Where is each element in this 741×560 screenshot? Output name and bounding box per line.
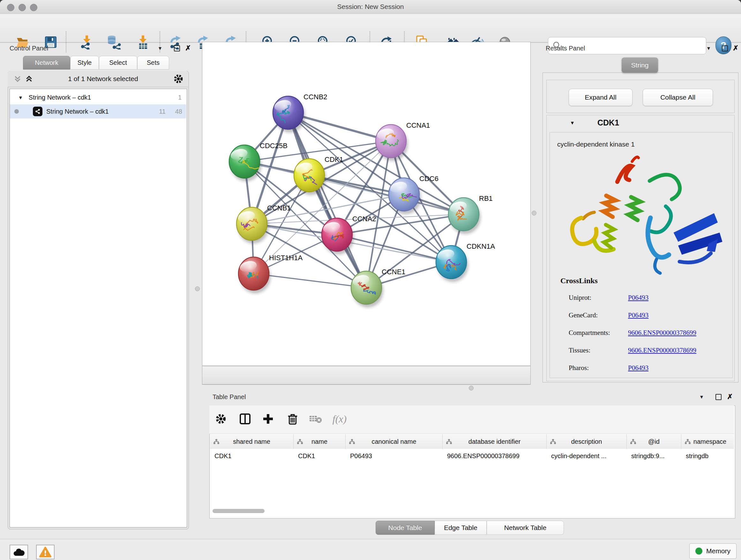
column-type-icon xyxy=(349,439,355,444)
node-CCNA1[interactable] xyxy=(376,125,408,161)
network-selection-summary: 1 of 1 Network selected xyxy=(33,75,173,83)
cloud-status-button[interactable] xyxy=(10,545,28,559)
network-row-selected[interactable]: String Network – cdk1 11 48 xyxy=(10,105,186,118)
delete-table-button[interactable] xyxy=(307,410,324,428)
collection-expand-triangle[interactable]: ▼ xyxy=(18,95,23,100)
table-cell[interactable]: P06493 xyxy=(346,449,443,463)
column-header-description[interactable]: description xyxy=(547,434,627,449)
control-panel-menu-button[interactable]: ▾ xyxy=(158,45,161,52)
network-canvas[interactable]: CCNB2CCNA1CDC25BCDK1CDC6RB1CCNB1CCNA2CDK… xyxy=(202,42,530,366)
table-cell[interactable]: stringdb:9... xyxy=(627,449,681,463)
crosslink-label: GeneCard: xyxy=(569,311,628,319)
function-builder-button[interactable]: f(x) xyxy=(331,410,348,428)
columns-icon xyxy=(239,413,252,425)
cdk1-section-title: CDK1 xyxy=(597,118,619,127)
node-HIST1H1A[interactable] xyxy=(239,257,271,294)
collapse-all-icon[interactable] xyxy=(13,75,22,83)
results-panel-close-button[interactable]: ✗ xyxy=(733,45,738,52)
network-selector-bar: 1 of 1 Network selected xyxy=(8,71,188,87)
column-header-name[interactable]: name xyxy=(293,434,346,449)
column-type-icon xyxy=(684,439,691,444)
main-toolbar: ? xyxy=(0,14,741,43)
warnings-button[interactable] xyxy=(36,545,55,559)
network-collection-row[interactable]: ▼ String Network – cdk1 1 xyxy=(10,90,186,105)
table-cell[interactable]: 9606.ENSP00000378699 xyxy=(443,449,547,463)
node-CCNE1[interactable] xyxy=(351,271,383,307)
control-panel-float-button[interactable] xyxy=(174,45,180,51)
table-row[interactable]: CDK1CDK1P064939606.ENSP00000378699cyclin… xyxy=(210,449,734,463)
delete-table-icon xyxy=(308,413,322,425)
title-bar: Session: New Session xyxy=(0,0,741,14)
collapse-all-button[interactable]: Collapse All xyxy=(643,89,713,106)
tab-string-results[interactable]: String xyxy=(622,57,658,73)
node-label-CCNB2: CCNB2 xyxy=(304,93,327,101)
column-header-database-identifier[interactable]: database identifier xyxy=(443,434,547,449)
network-status-dot xyxy=(14,109,19,114)
table-options-button[interactable] xyxy=(212,410,230,428)
table-cell[interactable]: CDK1 xyxy=(293,449,346,463)
memory-button[interactable]: Memory xyxy=(689,543,737,559)
table-cell[interactable]: CDK1 xyxy=(210,449,293,463)
table-panel-title: Table Panel xyxy=(212,393,246,401)
results-panel-menu-button[interactable]: ▾ xyxy=(707,45,710,52)
window-title: Session: New Session xyxy=(0,3,741,10)
node-CDC25B[interactable] xyxy=(229,145,261,181)
table-panel-menu-button[interactable]: ▾ xyxy=(700,393,703,400)
tab-edge-table[interactable]: Edge Table xyxy=(434,521,487,535)
crosslink-row: Tissues:9606.ENSP00000378699 xyxy=(569,347,696,356)
expand-all-icon[interactable] xyxy=(25,75,33,83)
column-header-canonical-name[interactable]: canonical name xyxy=(346,434,443,449)
edge-HIST1H1A-CCNE1[interactable] xyxy=(254,273,366,288)
table-horizontal-scrollbar[interactable] xyxy=(212,509,265,513)
crosslink-link[interactable]: P06493 xyxy=(628,311,649,319)
crosslink-link[interactable]: P06493 xyxy=(628,364,649,372)
crosslink-link[interactable]: P06493 xyxy=(628,294,649,301)
table-panel-close-button[interactable]: ✗ xyxy=(727,393,733,400)
tab-style[interactable]: Style xyxy=(70,56,99,70)
create-column-button[interactable] xyxy=(259,410,277,428)
node-CDK1[interactable] xyxy=(294,159,326,195)
control-panel-title: Control Panel xyxy=(10,45,48,52)
delete-column-button[interactable] xyxy=(284,410,301,428)
results-panel-float-button[interactable] xyxy=(722,45,728,51)
collection-label: String Network – cdk1 xyxy=(29,94,91,101)
node-CCNB2[interactable] xyxy=(273,96,305,132)
right-splitter-handle[interactable] xyxy=(532,211,536,215)
cdk1-collapse-triangle[interactable]: ▼ xyxy=(570,120,575,125)
network-options-gear-icon[interactable] xyxy=(173,73,184,84)
crosslink-link[interactable]: 9606.ENSP00000378699 xyxy=(628,347,696,354)
network-tree: ▼ String Network – cdk1 1 String Network… xyxy=(10,89,187,527)
column-header-shared-name[interactable]: shared name xyxy=(210,434,293,449)
tab-network[interactable]: Network xyxy=(23,56,70,70)
edge-count: 48 xyxy=(175,108,182,115)
node-CCNA2[interactable] xyxy=(322,218,354,254)
trash-icon xyxy=(286,413,299,425)
column-header--id[interactable]: @id xyxy=(627,434,681,449)
tab-node-table[interactable]: Node Table xyxy=(376,521,434,535)
node-count: 11 xyxy=(159,108,165,115)
table-cell[interactable]: stringdb xyxy=(681,449,734,463)
tab-select[interactable]: Select xyxy=(99,56,137,70)
cloud-icon xyxy=(12,547,25,557)
fx-label: f(x) xyxy=(333,413,347,425)
expand-all-button[interactable]: Expand All xyxy=(569,89,632,106)
tab-network-table[interactable]: Network Table xyxy=(487,521,564,535)
node-label-CDC6: CDC6 xyxy=(419,175,439,183)
collection-count: 1 xyxy=(178,94,182,101)
control-panel-close-button[interactable]: ✗ xyxy=(185,45,191,52)
show-columns-button[interactable] xyxy=(236,410,254,428)
node-RB1[interactable] xyxy=(448,198,481,234)
network-row-label: String Network – cdk1 xyxy=(46,108,109,115)
crosslink-row: Compartments:9606.ENSP00000378699 xyxy=(569,329,696,338)
memory-status-dot xyxy=(695,548,702,555)
tab-sets[interactable]: Sets xyxy=(137,56,169,70)
node-CDKN1A[interactable] xyxy=(436,246,468,282)
table-cell[interactable]: cyclin-dependent ... xyxy=(547,449,627,463)
column-header-namespace[interactable]: namespace xyxy=(681,434,734,449)
table-panel-float-button[interactable] xyxy=(716,394,722,400)
network-graph[interactable]: CCNB2CCNA1CDC25BCDK1CDC6RB1CCNB1CCNA2CDK… xyxy=(202,42,530,366)
node-label-HIST1H1A: HIST1H1A xyxy=(269,254,302,262)
left-splitter-handle[interactable] xyxy=(195,287,200,291)
crosslink-link[interactable]: 9606.ENSP00000378699 xyxy=(628,329,696,336)
crosslink-label: Uniprot: xyxy=(569,294,628,302)
